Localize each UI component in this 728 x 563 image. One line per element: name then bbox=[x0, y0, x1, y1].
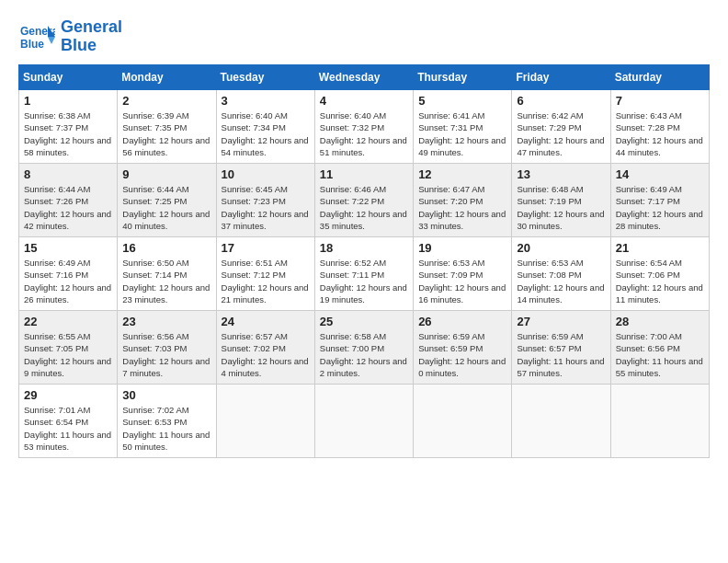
weekday-header-row: Sunday Monday Tuesday Wednesday Thursday… bbox=[19, 65, 710, 90]
header-friday: Friday bbox=[512, 65, 610, 90]
header-saturday: Saturday bbox=[610, 65, 709, 90]
header-wednesday: Wednesday bbox=[314, 65, 413, 90]
empty-cell bbox=[216, 385, 314, 458]
day-number-5: 5 bbox=[418, 94, 506, 108]
day-info-14: Sunrise: 6:49 AM Sunset: 7:17 PM Dayligh… bbox=[616, 183, 704, 232]
day-info-29: Sunrise: 7:01 AM Sunset: 6:54 PM Dayligh… bbox=[24, 404, 112, 453]
day-cell-6: 6Sunrise: 6:42 AM Sunset: 7:29 PM Daylig… bbox=[512, 90, 610, 164]
day-number-21: 21 bbox=[616, 241, 704, 255]
day-number-27: 27 bbox=[517, 315, 605, 328]
day-cell-11: 11Sunrise: 6:46 AM Sunset: 7:22 PM Dayli… bbox=[314, 164, 413, 237]
day-info-17: Sunrise: 6:51 AM Sunset: 7:12 PM Dayligh… bbox=[222, 257, 310, 305]
day-number-19: 19 bbox=[418, 241, 506, 255]
day-number-6: 6 bbox=[517, 94, 605, 108]
header-sunday: Sunday bbox=[19, 65, 118, 90]
logo-text: General Blue bbox=[61, 18, 122, 55]
logo: General Blue General Blue bbox=[18, 18, 122, 55]
day-cell-19: 19Sunrise: 6:53 AM Sunset: 7:09 PM Dayli… bbox=[414, 237, 512, 311]
day-cell-8: 8Sunrise: 6:44 AM Sunset: 7:26 PM Daylig… bbox=[19, 164, 118, 237]
day-number-29: 29 bbox=[24, 388, 112, 402]
day-info-26: Sunrise: 6:59 AM Sunset: 6:59 PM Dayligh… bbox=[418, 330, 506, 379]
day-info-8: Sunrise: 6:44 AM Sunset: 7:26 PM Dayligh… bbox=[24, 183, 112, 232]
day-cell-28: 28Sunrise: 7:00 AM Sunset: 6:56 PM Dayli… bbox=[610, 311, 709, 385]
day-info-3: Sunrise: 6:40 AM Sunset: 7:34 PM Dayligh… bbox=[222, 109, 310, 158]
day-cell-21: 21Sunrise: 6:54 AM Sunset: 7:06 PM Dayli… bbox=[610, 237, 709, 311]
day-cell-3: 3Sunrise: 6:40 AM Sunset: 7:34 PM Daylig… bbox=[216, 90, 314, 164]
day-number-18: 18 bbox=[320, 241, 408, 255]
empty-cell bbox=[414, 385, 512, 458]
calendar-table: Sunday Monday Tuesday Wednesday Thursday… bbox=[18, 64, 710, 458]
day-info-19: Sunrise: 6:53 AM Sunset: 7:09 PM Dayligh… bbox=[418, 257, 506, 305]
day-cell-26: 26Sunrise: 6:59 AM Sunset: 6:59 PM Dayli… bbox=[414, 311, 512, 385]
day-cell-17: 17Sunrise: 6:51 AM Sunset: 7:12 PM Dayli… bbox=[216, 237, 314, 311]
day-number-20: 20 bbox=[517, 241, 605, 255]
day-cell-1: 1Sunrise: 6:38 AM Sunset: 7:37 PM Daylig… bbox=[19, 90, 118, 164]
day-number-2: 2 bbox=[122, 94, 210, 108]
day-number-9: 9 bbox=[122, 167, 210, 181]
day-info-5: Sunrise: 6:41 AM Sunset: 7:31 PM Dayligh… bbox=[418, 109, 506, 158]
day-info-12: Sunrise: 6:47 AM Sunset: 7:20 PM Dayligh… bbox=[418, 183, 506, 232]
day-number-17: 17 bbox=[222, 241, 310, 255]
day-info-20: Sunrise: 6:53 AM Sunset: 7:08 PM Dayligh… bbox=[517, 257, 605, 305]
header-thursday: Thursday bbox=[414, 65, 512, 90]
day-info-23: Sunrise: 6:56 AM Sunset: 7:03 PM Dayligh… bbox=[122, 330, 210, 379]
day-info-2: Sunrise: 6:39 AM Sunset: 7:35 PM Dayligh… bbox=[122, 109, 210, 158]
header-tuesday: Tuesday bbox=[216, 65, 314, 90]
day-cell-12: 12Sunrise: 6:47 AM Sunset: 7:20 PM Dayli… bbox=[414, 164, 512, 237]
week-row-5: 29Sunrise: 7:01 AM Sunset: 6:54 PM Dayli… bbox=[19, 385, 710, 458]
logo-icon: General Blue bbox=[18, 18, 55, 55]
day-info-1: Sunrise: 6:38 AM Sunset: 7:37 PM Dayligh… bbox=[24, 109, 112, 158]
day-cell-25: 25Sunrise: 6:58 AM Sunset: 7:00 PM Dayli… bbox=[314, 311, 413, 385]
day-cell-27: 27Sunrise: 6:59 AM Sunset: 6:57 PM Dayli… bbox=[512, 311, 610, 385]
day-cell-30: 30Sunrise: 7:02 AM Sunset: 6:53 PM Dayli… bbox=[118, 385, 216, 458]
page-header: General Blue General Blue bbox=[18, 18, 710, 55]
day-number-16: 16 bbox=[122, 241, 210, 255]
day-number-23: 23 bbox=[122, 315, 210, 328]
day-cell-22: 22Sunrise: 6:55 AM Sunset: 7:05 PM Dayli… bbox=[19, 311, 118, 385]
day-cell-9: 9Sunrise: 6:44 AM Sunset: 7:25 PM Daylig… bbox=[118, 164, 216, 237]
day-cell-5: 5Sunrise: 6:41 AM Sunset: 7:31 PM Daylig… bbox=[414, 90, 512, 164]
empty-cell bbox=[314, 385, 413, 458]
day-cell-16: 16Sunrise: 6:50 AM Sunset: 7:14 PM Dayli… bbox=[118, 237, 216, 311]
day-number-15: 15 bbox=[24, 241, 112, 255]
day-info-11: Sunrise: 6:46 AM Sunset: 7:22 PM Dayligh… bbox=[320, 183, 408, 232]
svg-text:Blue: Blue bbox=[20, 38, 44, 51]
day-info-16: Sunrise: 6:50 AM Sunset: 7:14 PM Dayligh… bbox=[122, 257, 210, 305]
day-number-25: 25 bbox=[320, 315, 408, 328]
day-info-25: Sunrise: 6:58 AM Sunset: 7:00 PM Dayligh… bbox=[320, 330, 408, 379]
day-cell-18: 18Sunrise: 6:52 AM Sunset: 7:11 PM Dayli… bbox=[314, 237, 413, 311]
day-info-21: Sunrise: 6:54 AM Sunset: 7:06 PM Dayligh… bbox=[616, 257, 704, 305]
day-number-7: 7 bbox=[616, 94, 704, 108]
day-number-30: 30 bbox=[122, 388, 210, 402]
day-cell-2: 2Sunrise: 6:39 AM Sunset: 7:35 PM Daylig… bbox=[118, 90, 216, 164]
week-row-2: 8Sunrise: 6:44 AM Sunset: 7:26 PM Daylig… bbox=[19, 164, 710, 237]
day-number-26: 26 bbox=[418, 315, 506, 328]
day-number-24: 24 bbox=[222, 315, 310, 328]
day-number-4: 4 bbox=[320, 94, 408, 108]
day-info-30: Sunrise: 7:02 AM Sunset: 6:53 PM Dayligh… bbox=[122, 404, 210, 453]
day-number-13: 13 bbox=[517, 167, 605, 181]
day-info-18: Sunrise: 6:52 AM Sunset: 7:11 PM Dayligh… bbox=[320, 257, 408, 305]
day-cell-23: 23Sunrise: 6:56 AM Sunset: 7:03 PM Dayli… bbox=[118, 311, 216, 385]
day-cell-7: 7Sunrise: 6:43 AM Sunset: 7:28 PM Daylig… bbox=[610, 90, 709, 164]
day-number-8: 8 bbox=[24, 167, 112, 181]
day-info-4: Sunrise: 6:40 AM Sunset: 7:32 PM Dayligh… bbox=[320, 109, 408, 158]
week-row-4: 22Sunrise: 6:55 AM Sunset: 7:05 PM Dayli… bbox=[19, 311, 710, 385]
day-cell-24: 24Sunrise: 6:57 AM Sunset: 7:02 PM Dayli… bbox=[216, 311, 314, 385]
empty-cell bbox=[512, 385, 610, 458]
day-number-14: 14 bbox=[616, 167, 704, 181]
day-info-15: Sunrise: 6:49 AM Sunset: 7:16 PM Dayligh… bbox=[24, 257, 112, 305]
day-cell-4: 4Sunrise: 6:40 AM Sunset: 7:32 PM Daylig… bbox=[314, 90, 413, 164]
svg-marker-3 bbox=[48, 37, 55, 44]
day-number-22: 22 bbox=[24, 315, 112, 328]
day-info-22: Sunrise: 6:55 AM Sunset: 7:05 PM Dayligh… bbox=[24, 330, 112, 379]
day-info-6: Sunrise: 6:42 AM Sunset: 7:29 PM Dayligh… bbox=[517, 109, 605, 158]
day-info-10: Sunrise: 6:45 AM Sunset: 7:23 PM Dayligh… bbox=[222, 183, 310, 232]
day-info-9: Sunrise: 6:44 AM Sunset: 7:25 PM Dayligh… bbox=[122, 183, 210, 232]
week-row-1: 1Sunrise: 6:38 AM Sunset: 7:37 PM Daylig… bbox=[19, 90, 710, 164]
day-info-27: Sunrise: 6:59 AM Sunset: 6:57 PM Dayligh… bbox=[517, 330, 605, 379]
day-number-1: 1 bbox=[24, 94, 112, 108]
header-monday: Monday bbox=[118, 65, 216, 90]
day-cell-15: 15Sunrise: 6:49 AM Sunset: 7:16 PM Dayli… bbox=[19, 237, 118, 311]
day-number-11: 11 bbox=[320, 167, 408, 181]
